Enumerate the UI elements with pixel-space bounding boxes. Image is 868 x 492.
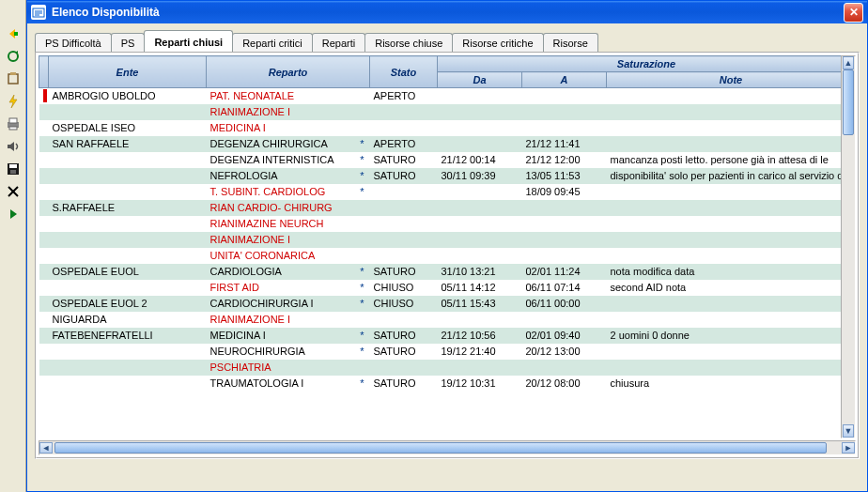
- cell-ente: S.RAFFAELE: [49, 200, 207, 216]
- horizontal-scrollbar[interactable]: ◄ ►: [39, 440, 856, 455]
- row-marker: [39, 248, 49, 264]
- tool-sound-icon[interactable]: [4, 137, 23, 156]
- table-row[interactable]: S.RAFFAELERIAN CARDIO- CHIRURG: [39, 200, 856, 216]
- col-saturazione[interactable]: Saturazione: [438, 56, 856, 72]
- cell-reparto: RIANIMAZIONE I: [207, 104, 355, 120]
- cell-da: 19/12 21:40: [438, 344, 522, 360]
- scroll-left-icon[interactable]: ◄: [39, 442, 53, 454]
- tab-risorse-chiuse[interactable]: Risorse chiuse: [364, 33, 453, 52]
- tab-reparti-chiusi[interactable]: Reparti chiusi: [144, 30, 233, 52]
- cell-reparto: RIANIMAZINE NEURCH: [207, 216, 355, 232]
- table-row[interactable]: SAN RAFFAELEDEGENZA CHIRURGICA*APERTO21/…: [39, 136, 856, 152]
- cell-star: [355, 216, 370, 232]
- cell-ente: [49, 344, 207, 360]
- table-row[interactable]: NIGUARDARIANIMAZIONE I: [39, 312, 856, 328]
- table-row[interactable]: FATEBENEFRATELLIMEDICINA I*SATURO21/12 1…: [39, 328, 856, 344]
- table-row[interactable]: NEUROCHIRURGIA*SATURO19/12 21:4020/12 13…: [39, 344, 856, 360]
- grid-table[interactable]: Ente Reparto Stato Saturazione Da A Note…: [39, 55, 856, 392]
- scroll-thumb[interactable]: [843, 69, 854, 135]
- cell-star: [355, 312, 370, 328]
- cell-ente: [49, 232, 207, 248]
- tool-paste-icon[interactable]: [4, 69, 23, 88]
- table-row[interactable]: RIANIMAZINE NEURCH: [39, 216, 856, 232]
- client-area: PS Difficoltà PS Reparti chiusi Reparti …: [27, 23, 867, 491]
- row-marker: [39, 312, 49, 328]
- row-marker: [39, 168, 49, 184]
- tab-label: Risorse chiuse: [375, 38, 442, 49]
- tool-close-icon[interactable]: [4, 182, 23, 201]
- table-row[interactable]: AMBROGIO UBOLDOPAT. NEONATALEAPERTO: [39, 88, 856, 104]
- tool-flash-icon[interactable]: [4, 92, 23, 111]
- scroll-up-icon[interactable]: ▲: [843, 56, 854, 69]
- cell-reparto: CARDIOLOGIA: [207, 264, 355, 280]
- cell-reparto: MEDICINA I: [207, 120, 355, 136]
- tool-back-icon[interactable]: [4, 24, 23, 43]
- tab-risorse[interactable]: Risorse: [543, 33, 598, 52]
- svg-rect-5: [9, 118, 17, 123]
- row-marker: [39, 152, 49, 168]
- table-row[interactable]: TRAUMATOLOGIA I*SATURO19/12 10:3120/12 0…: [39, 376, 856, 392]
- col-header-label: Note: [720, 74, 742, 85]
- table-row[interactable]: RIANIMAZIONE I: [39, 232, 856, 248]
- table-row[interactable]: DEGENZA INTERNISTICA*SATURO21/12 00:1421…: [39, 152, 856, 168]
- table-row[interactable]: UNITA' CORONARICA: [39, 248, 856, 264]
- tab-label: Reparti: [322, 38, 355, 49]
- tab-reparti-critici[interactable]: Reparti critici: [232, 33, 313, 52]
- col-note[interactable]: Note: [607, 72, 856, 88]
- close-button[interactable]: ✕: [844, 3, 863, 23]
- cell-ente: [49, 248, 207, 264]
- table-row[interactable]: OSPEDALE EUOLCARDIOLOGIA*SATURO31/10 13:…: [39, 264, 856, 280]
- col-a[interactable]: A: [522, 72, 607, 88]
- tab-ps-difficolta[interactable]: PS Difficoltà: [35, 33, 112, 52]
- cell-note: [607, 104, 856, 120]
- cell-reparto: FIRST AID: [207, 280, 355, 296]
- table-row[interactable]: NEFROLOGIA*SATURO30/11 09:3913/05 11:53d…: [39, 168, 856, 184]
- cell-stato: [370, 104, 438, 120]
- cell-note: [607, 184, 856, 200]
- tool-print-icon[interactable]: [4, 115, 23, 133]
- scroll-right-icon[interactable]: ►: [842, 442, 855, 454]
- scroll-down-icon[interactable]: ▼: [843, 424, 854, 438]
- vertical-scrollbar[interactable]: ▲ ▼: [841, 55, 856, 438]
- cell-da: 31/10 13:21: [438, 264, 522, 280]
- table-row[interactable]: OSPEDALE EUOL 2CARDIOCHIRURGIA I*CHIUSO0…: [39, 296, 856, 312]
- cell-note: [607, 344, 856, 360]
- col-header-label: Saturazione: [617, 58, 675, 69]
- col-reparto[interactable]: Reparto: [207, 56, 370, 88]
- row-marker: [39, 120, 49, 136]
- cell-ente: NIGUARDA: [49, 312, 207, 328]
- row-marker: [39, 264, 49, 280]
- col-ente[interactable]: Ente: [49, 56, 207, 88]
- tool-refresh-icon[interactable]: [4, 47, 23, 66]
- tool-save-icon[interactable]: [4, 160, 23, 178]
- cell-da: 05/11 14:12: [438, 280, 522, 296]
- cell-reparto: RIAN CARDIO- CHIRURG: [207, 200, 355, 216]
- col-stato[interactable]: Stato: [370, 56, 438, 88]
- table-row[interactable]: OSPEDALE ISEOMEDICINA I: [39, 120, 856, 136]
- tool-play-icon[interactable]: [4, 205, 23, 223]
- cell-stato: SATURO: [370, 152, 438, 168]
- tab-reparti[interactable]: Reparti: [312, 33, 365, 52]
- cell-note: [607, 88, 856, 104]
- cell-a: [522, 120, 607, 136]
- col-da[interactable]: Da: [438, 72, 522, 88]
- tab-ps[interactable]: PS: [111, 33, 146, 52]
- cell-a: [522, 104, 607, 120]
- cell-note: disponibilita' solo per pazienti in cari…: [607, 168, 856, 184]
- col-marker[interactable]: [39, 56, 49, 88]
- cell-da: [438, 136, 522, 152]
- table-row[interactable]: T. SUBINT. CARDIOLOG*18/09 09:45: [39, 184, 856, 200]
- tab-label: Risorse: [553, 38, 588, 49]
- cell-a: 20/12 08:00: [522, 376, 607, 392]
- table-row[interactable]: RIANIMAZIONE I: [39, 104, 856, 120]
- cell-ente: FATEBENEFRATELLI: [49, 328, 207, 344]
- scroll-thumb[interactable]: [54, 442, 827, 454]
- tab-risorse-critiche[interactable]: Risorse critiche: [452, 33, 543, 52]
- table-row[interactable]: FIRST AID*CHIUSO05/11 14:1206/11 07:14se…: [39, 280, 856, 296]
- cell-reparto: PAT. NEONATALE: [207, 88, 355, 104]
- row-marker: [39, 200, 49, 216]
- row-marker: [39, 232, 49, 248]
- cell-a: 02/01 09:40: [522, 328, 607, 344]
- table-row[interactable]: PSCHIATRIA: [39, 360, 856, 376]
- cell-star: [355, 120, 370, 136]
